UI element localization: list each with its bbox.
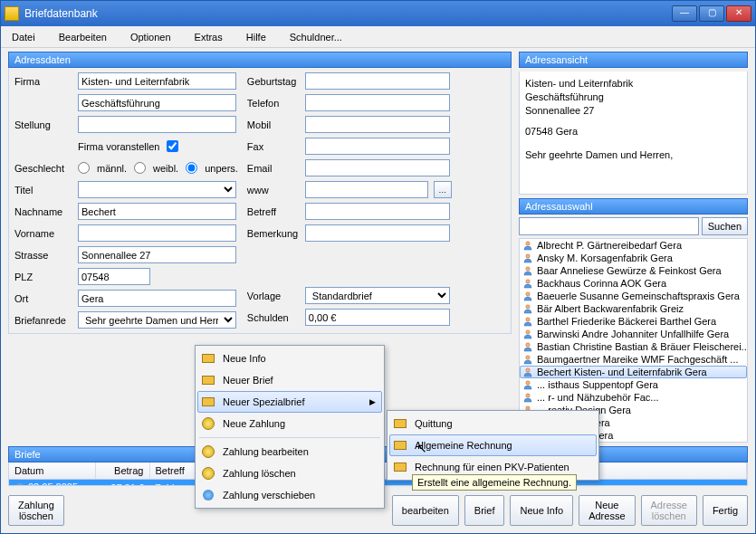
address-list-item[interactable]: Barwinski Andre Johanniter Unfallhilfe G… [520, 328, 747, 340]
input-nachname[interactable] [78, 203, 236, 220]
address-list-item[interactable]: Baeuerle Susanne Gemeinschaftspraxis Ger… [520, 290, 747, 302]
close-button[interactable]: ✕ [726, 5, 751, 22]
fertig-button[interactable]: Fertig [703, 495, 748, 526]
www-browse-button[interactable]: … [434, 181, 452, 198]
address-list-item[interactable]: Baumgaertner Mareike WMF Fachgeschäft ..… [520, 353, 747, 366]
coin-icon [202, 417, 215, 430]
address-list-item[interactable]: Baar Anneliese Gewürze & Feinkost Gera [520, 264, 747, 277]
adresse-loeschen-button[interactable]: Adresse löschen [641, 495, 697, 526]
mail-icon [202, 354, 215, 363]
person-icon [522, 367, 533, 377]
label-titel: Titel [14, 185, 74, 195]
address-list-item[interactable]: Bechert Kisten- und Leiternfabrik Gera [520, 366, 747, 378]
input-betreff[interactable] [305, 203, 450, 220]
svg-point-9 [526, 356, 530, 359]
person-icon [522, 278, 533, 289]
address-list-item[interactable]: Albrecht P. Gärtnereibedarf Gera [520, 239, 747, 252]
radio-maennl[interactable] [78, 162, 90, 174]
label-firma-voranstellen: Firma voranstellen [78, 141, 159, 152]
context-menu-item[interactable]: Neuer Spezialbrief▶ [197, 391, 382, 413]
input-schulden [305, 309, 450, 326]
input-strasse[interactable] [78, 246, 236, 263]
input-stellung[interactable] [78, 116, 236, 133]
svg-point-4 [526, 292, 530, 296]
context-menu-item[interactable]: Quittung [389, 413, 597, 434]
label-stellung: Stellung [14, 119, 74, 130]
context-submenu[interactable]: QuittungAllgemeine RechnungRechnung für … [387, 410, 599, 481]
select-vorlage[interactable]: Standardbrief [305, 287, 450, 304]
context-menu-item[interactable]: Neue Zahlung [197, 413, 382, 434]
context-menu[interactable]: Neue InfoNeuer BriefNeuer Spezialbrief▶N… [195, 345, 385, 509]
svg-point-8 [526, 343, 530, 347]
bearbeiten-button[interactable]: bearbeiten [392, 495, 459, 526]
neue-info-button[interactable]: Neue Info [510, 495, 573, 526]
input-geburtstag[interactable] [305, 72, 450, 90]
menubar: Datei Bearbeiten Optionen Extras Hilfe S… [1, 26, 755, 48]
maximize-button[interactable]: ▢ [699, 5, 724, 22]
svg-point-2 [526, 267, 530, 271]
person-icon [522, 354, 533, 365]
address-list-item[interactable]: ... r- und Nähzubehör Fac... [520, 391, 747, 404]
checkbox-firma-voranstellen[interactable] [167, 140, 178, 152]
address-list-item[interactable]: ... isthaus Suppentopf Gera [520, 378, 747, 391]
context-menu-item[interactable]: Zahlung löschen [197, 462, 382, 484]
context-menu-item[interactable]: Allgemeine Rechnung [389, 434, 597, 456]
label-fax: Fax [247, 141, 301, 152]
brief-button[interactable]: Brief [464, 495, 505, 526]
label-schulden: Schulden [247, 312, 301, 323]
radio-unpers[interactable] [186, 162, 197, 174]
input-bemerkung[interactable] [305, 224, 450, 242]
col-datum[interactable]: Datum [9, 462, 95, 480]
menu-extras[interactable]: Extras [189, 29, 228, 45]
label-bemerkung: Bemerkung [247, 228, 301, 239]
address-list-item[interactable]: Bastian Christine Bastian & Bräuer Fleis… [520, 340, 747, 353]
zahlung-loeschen-button[interactable]: Zahlung löschen [8, 495, 64, 526]
menu-optionen[interactable]: Optionen [125, 29, 177, 45]
neue-adresse-button[interactable]: Neue Adresse [579, 495, 635, 526]
input-firma[interactable] [78, 72, 236, 90]
input-firma2[interactable] [78, 94, 236, 111]
search-button[interactable]: Suchen [702, 217, 748, 235]
label-email: Email [247, 163, 301, 174]
input-telefon[interactable] [305, 94, 450, 111]
address-list-item[interactable]: Ansky M. Korsagenfabrik Gera [520, 252, 747, 264]
person-icon [522, 316, 533, 327]
input-fax[interactable] [305, 138, 450, 155]
input-ort[interactable] [78, 290, 236, 307]
context-menu-item[interactable]: Neue Info [197, 348, 382, 369]
search-input[interactable] [519, 217, 699, 235]
person-icon [522, 392, 533, 403]
menu-datei[interactable]: Datei [6, 29, 41, 45]
context-menu-item[interactable]: Zahlung verschieben [197, 484, 382, 506]
person-icon [522, 291, 533, 301]
menu-schuldner[interactable]: Schuldner... [284, 29, 348, 45]
input-email[interactable] [305, 159, 450, 176]
input-plz[interactable] [78, 268, 150, 285]
input-www[interactable] [305, 181, 428, 198]
context-menu-item[interactable]: Neuer Brief [197, 369, 382, 391]
person-icon [522, 265, 533, 276]
person-icon [522, 329, 533, 339]
col-betrag[interactable]: Betrag [95, 462, 149, 480]
svg-point-3 [526, 280, 530, 283]
svg-point-10 [526, 368, 530, 372]
input-mobil[interactable] [305, 116, 450, 133]
menu-bearbeiten[interactable]: Bearbeiten [53, 29, 112, 45]
radio-weibl[interactable] [134, 162, 146, 174]
mail-icon [394, 441, 407, 450]
context-menu-item[interactable]: Zahlung bearbeiten [197, 441, 382, 462]
minimize-button[interactable]: — [672, 5, 697, 22]
mail-icon [202, 397, 215, 406]
input-vorname[interactable] [78, 224, 236, 242]
svg-point-1 [526, 254, 530, 258]
select-briefanrede[interactable]: Sehr geehrte Damen und Herren, [78, 311, 236, 329]
select-titel[interactable] [78, 181, 236, 198]
label-nachname: Nachname [14, 206, 74, 217]
address-list-item[interactable]: Backhaus Corinna AOK Gera [520, 277, 747, 290]
address-list-item[interactable]: Barthel Friederike Bäckerei Barthel Gera [520, 315, 747, 328]
coin-icon [202, 445, 215, 458]
menu-hilfe[interactable]: Hilfe [241, 29, 272, 45]
svg-point-6 [526, 318, 530, 321]
app-icon [5, 6, 19, 21]
address-list-item[interactable]: Bär Albert Backwarenfabrik Greiz [520, 302, 747, 315]
